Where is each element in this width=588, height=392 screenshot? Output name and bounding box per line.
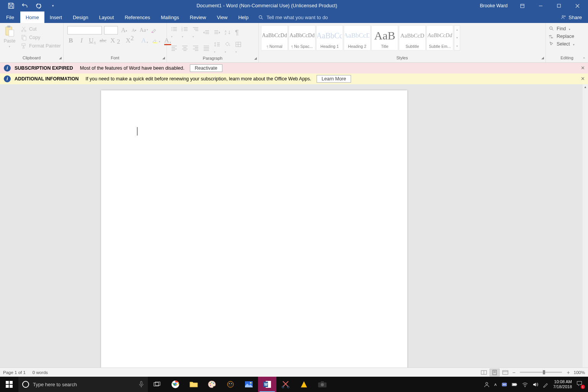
- word-count[interactable]: 0 words: [33, 370, 48, 375]
- style-tile[interactable]: AaBbCcDHeading 2: [344, 25, 371, 51]
- tab-home[interactable]: Home: [20, 11, 44, 23]
- app-chrome[interactable]: [166, 377, 185, 392]
- app-camera[interactable]: [313, 377, 332, 392]
- zoom-in-button[interactable]: +: [565, 369, 571, 376]
- strikethrough-button[interactable]: abc: [100, 38, 106, 44]
- paragraph-launcher-icon[interactable]: ◢: [254, 56, 257, 60]
- tab-file[interactable]: File: [0, 11, 20, 23]
- document-page[interactable]: [101, 90, 407, 380]
- reactivate-button[interactable]: Reactivate: [190, 64, 222, 72]
- battery-icon[interactable]: [512, 382, 518, 387]
- zoom-out-button[interactable]: −: [511, 369, 517, 376]
- app-snip[interactable]: [276, 377, 295, 392]
- page-indicator[interactable]: Page 1 of 1: [3, 370, 26, 375]
- italic-button[interactable]: I: [78, 37, 85, 44]
- maximize-button[interactable]: [553, 0, 565, 11]
- redo-icon[interactable]: [35, 2, 42, 9]
- app-photos[interactable]: [240, 377, 258, 392]
- shrink-font-icon[interactable]: A▾: [130, 26, 138, 34]
- numbering-icon[interactable]: 123: [181, 26, 188, 39]
- clipboard-launcher-icon[interactable]: ◢: [59, 56, 62, 60]
- increase-indent-icon[interactable]: [214, 29, 220, 36]
- highlight-icon[interactable]: [152, 38, 160, 44]
- account-name[interactable]: Brooke Ward: [480, 3, 510, 8]
- tab-mailings[interactable]: Mailings: [155, 11, 185, 23]
- tell-me-search[interactable]: Tell me what you want to do: [254, 11, 555, 23]
- discord-tray-icon[interactable]: [501, 382, 507, 387]
- save-icon[interactable]: [8, 2, 15, 9]
- app-paint[interactable]: [203, 377, 221, 392]
- pen-icon[interactable]: [543, 382, 549, 387]
- line-spacing-icon[interactable]: [214, 41, 220, 54]
- sort-icon[interactable]: AZ: [224, 29, 231, 36]
- replace-button[interactable]: abacReplace: [549, 34, 575, 39]
- app-misc-1[interactable]: [221, 377, 240, 392]
- tab-view[interactable]: View: [211, 11, 233, 23]
- style-tile[interactable]: AaBTitle: [371, 25, 398, 51]
- taskbar-search[interactable]: Type here to search: [18, 377, 148, 392]
- style-tile[interactable]: AaBbCcDdSubtle Em...: [426, 25, 453, 51]
- justify-icon[interactable]: [203, 45, 210, 51]
- font-launcher-icon[interactable]: ◢: [162, 56, 165, 60]
- tray-overflow-icon[interactable]: ʌ: [494, 382, 497, 387]
- zoom-slider[interactable]: [520, 372, 562, 373]
- wifi-icon[interactable]: [522, 382, 528, 387]
- print-layout-icon[interactable]: [490, 369, 500, 376]
- style-tile[interactable]: AaBbCcDSubtitle: [399, 25, 426, 51]
- learn-more-button[interactable]: Learn More: [317, 75, 351, 83]
- shading-icon[interactable]: [224, 41, 231, 54]
- web-layout-icon[interactable]: [500, 369, 510, 376]
- borders-icon[interactable]: [235, 41, 242, 54]
- font-size-combo[interactable]: [104, 26, 118, 34]
- align-center-icon[interactable]: [181, 45, 188, 51]
- app-word[interactable]: W: [258, 377, 276, 392]
- grow-font-icon[interactable]: A▴: [120, 26, 128, 34]
- styles-launcher-icon[interactable]: ◢: [541, 56, 544, 60]
- close-button[interactable]: [571, 0, 583, 11]
- font-name-combo[interactable]: [67, 26, 102, 34]
- subscript-button[interactable]: X2: [110, 37, 122, 44]
- people-icon[interactable]: [484, 382, 490, 387]
- show-hide-marks-icon[interactable]: ¶: [235, 29, 239, 37]
- scroll-up-icon[interactable]: ▲: [583, 84, 588, 90]
- style-tile[interactable]: AaBbCcHeading 1: [316, 25, 343, 51]
- text-effects-icon[interactable]: A: [141, 37, 148, 44]
- superscript-button[interactable]: X2: [126, 37, 137, 44]
- multilevel-list-icon[interactable]: [192, 26, 199, 39]
- qat-customize-icon[interactable]: ▾: [49, 4, 54, 8]
- tab-references[interactable]: References: [119, 11, 155, 23]
- decrease-indent-icon[interactable]: [203, 29, 210, 36]
- taskbar-clock[interactable]: 10:08 AM 7/18/2018: [553, 379, 572, 389]
- task-view-icon[interactable]: [148, 377, 166, 392]
- undo-icon[interactable]: [21, 2, 28, 9]
- ribbon-display-options-icon[interactable]: [516, 0, 528, 11]
- style-tile[interactable]: AaBbCcDdNo Spac...: [289, 25, 315, 51]
- zoom-level[interactable]: 100%: [574, 370, 585, 375]
- tab-design[interactable]: Design: [67, 11, 93, 23]
- action-center-icon[interactable]: 1: [577, 381, 584, 388]
- style-tile[interactable]: AaBbCcDdNormal: [261, 25, 288, 51]
- align-right-icon[interactable]: [192, 45, 199, 51]
- underline-button[interactable]: U: [89, 37, 96, 44]
- tab-review[interactable]: Review: [185, 11, 212, 23]
- select-button[interactable]: Select: [549, 41, 575, 47]
- find-button[interactable]: Find: [549, 26, 575, 31]
- align-left-icon[interactable]: [171, 45, 178, 51]
- tab-layout[interactable]: Layout: [94, 11, 119, 23]
- close-info-bar-icon[interactable]: ✕: [581, 76, 585, 82]
- app-misc-2[interactable]: [295, 377, 313, 392]
- microphone-icon[interactable]: [139, 381, 144, 388]
- vertical-scrollbar[interactable]: ▲ ▼: [583, 84, 588, 380]
- bold-button[interactable]: B: [67, 37, 74, 44]
- share-button[interactable]: Share: [555, 11, 588, 23]
- collapse-ribbon-icon[interactable]: ⌃: [582, 57, 586, 62]
- tab-insert[interactable]: Insert: [44, 11, 68, 23]
- minimize-button[interactable]: [534, 0, 547, 11]
- copy-button[interactable]: Copy: [19, 34, 61, 41]
- clear-formatting-icon[interactable]: [150, 26, 158, 34]
- tab-help[interactable]: Help: [233, 11, 254, 23]
- styles-gallery-more[interactable]: ▴▾▾: [454, 25, 460, 51]
- read-mode-icon[interactable]: [479, 369, 489, 376]
- app-file-explorer[interactable]: [185, 377, 203, 392]
- format-painter-button[interactable]: Format Painter: [19, 43, 61, 49]
